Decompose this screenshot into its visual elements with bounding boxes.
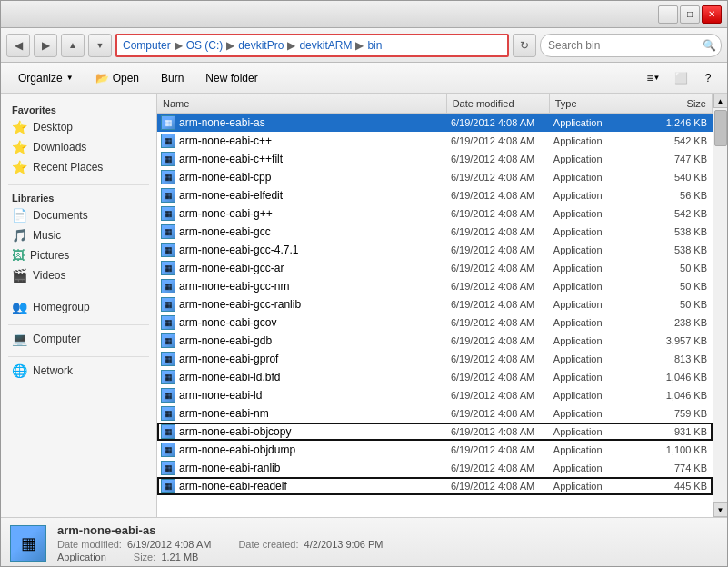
file-icon: ▦ — [161, 424, 175, 439]
file-name: arm-none-eabi-gcov — [179, 316, 276, 329]
file-name: arm-none-eabi-objdump — [179, 443, 295, 456]
scrollbar-track[interactable]: ▲ ▼ — [713, 94, 727, 517]
file-list-body: ▦arm-none-eabi-as6/19/2012 4:08 AMApplic… — [157, 114, 713, 517]
file-date: 6/19/2012 4:08 AM — [447, 244, 550, 255]
search-input[interactable] — [540, 34, 722, 57]
libraries-header: Libraries — [1, 189, 156, 205]
file-icon: ▦ — [161, 406, 175, 421]
column-type[interactable]: Type — [550, 94, 644, 113]
file-row[interactable]: ▦arm-none-eabi-gcov6/19/2012 4:08 AMAppl… — [157, 313, 713, 332]
file-row[interactable]: ▦arm-none-eabi-elfedit6/19/2012 4:08 AMA… — [157, 186, 713, 204]
column-name[interactable]: Name — [157, 94, 447, 113]
sidebar-item-videos[interactable]: 🎬 Videos — [1, 265, 156, 285]
file-size: 747 KB — [643, 154, 713, 164]
sidebar-item-computer[interactable]: 💻 Computer — [1, 329, 156, 349]
status-filename: arm-none-eabi-as — [57, 523, 383, 537]
file-date: 6/19/2012 4:08 AM — [447, 317, 550, 328]
sidebar-item-recent-places[interactable]: ⭐ Recent Places — [1, 157, 156, 177]
dropdown-button[interactable]: ▼ — [88, 34, 112, 57]
close-button[interactable]: ✕ — [702, 5, 722, 24]
network-section: 🌐 Network — [1, 361, 156, 381]
file-row[interactable]: ▦arm-none-eabi-as6/19/2012 4:08 AMApplic… — [157, 114, 713, 132]
file-type: Application — [550, 226, 644, 237]
file-row[interactable]: ▦arm-none-eabi-c++filt6/19/2012 4:08 AMA… — [157, 150, 713, 168]
file-icon: ▦ — [161, 388, 175, 403]
up-button[interactable]: ▲ — [61, 34, 85, 57]
file-name: arm-none-eabi-ranlib — [179, 462, 280, 474]
sidebar-item-downloads[interactable]: ⭐ Downloads — [1, 137, 156, 157]
status-file-icon: ▦ — [10, 525, 46, 562]
file-date: 6/19/2012 4:08 AM — [447, 463, 550, 473]
maximize-button[interactable]: □ — [680, 5, 700, 24]
file-type: Application — [550, 463, 644, 473]
file-row[interactable]: ▦arm-none-eabi-g++6/19/2012 4:08 AMAppli… — [157, 204, 713, 223]
pane-button[interactable]: ⬜ — [669, 66, 693, 90]
file-icon: ▦ — [161, 188, 175, 203]
file-name: arm-none-eabi-ld — [179, 389, 262, 402]
file-type: Application — [550, 299, 644, 310]
column-date[interactable]: Date modified — [447, 94, 550, 113]
minimize-button[interactable]: – — [658, 5, 678, 24]
file-row[interactable]: ▦arm-none-eabi-nm6/19/2012 4:08 AMApplic… — [157, 404, 713, 423]
file-row[interactable]: ▦arm-none-eabi-objdump6/19/2012 4:08 AMA… — [157, 441, 713, 459]
file-name: arm-none-eabi-objcopy — [179, 425, 291, 438]
sidebar-item-homegroup[interactable]: 👥 Homegroup — [1, 297, 156, 317]
file-icon: ▦ — [161, 261, 175, 275]
views-button[interactable]: ≡ ▼ — [642, 66, 665, 90]
breadcrumb[interactable]: Computer ▶ OS (C:) ▶ devkitPro ▶ devkitA… — [115, 34, 509, 57]
file-type: Application — [550, 135, 644, 146]
file-row[interactable]: ▦arm-none-eabi-gdb6/19/2012 4:08 AMAppli… — [157, 332, 713, 350]
file-row[interactable]: ▦arm-none-eabi-c++6/19/2012 4:08 AMAppli… — [157, 132, 713, 150]
scrollbar-up-button[interactable]: ▲ — [713, 94, 728, 108]
file-size: 56 KB — [643, 190, 713, 201]
file-icon: ▦ — [161, 243, 175, 257]
breadcrumb-computer[interactable]: Computer — [123, 39, 171, 52]
file-size: 1,246 KB — [643, 117, 713, 128]
file-type: Application — [550, 390, 644, 401]
file-row[interactable]: ▦arm-none-eabi-cpp6/19/2012 4:08 AMAppli… — [157, 168, 713, 186]
new-folder-button[interactable]: New folder — [195, 66, 267, 90]
open-button[interactable]: 📂 Open — [85, 66, 149, 90]
sidebar-divider-2 — [8, 293, 149, 293]
scrollbar-thumb[interactable] — [714, 110, 727, 146]
help-button[interactable]: ? — [696, 66, 720, 90]
sidebar-item-documents[interactable]: 📄 Documents — [1, 205, 156, 225]
sidebar-item-pictures[interactable]: 🖼 Pictures — [1, 245, 156, 265]
burn-button[interactable]: Burn — [151, 66, 194, 90]
file-row[interactable]: ▦arm-none-eabi-readelf6/19/2012 4:08 AMA… — [157, 477, 713, 495]
scrollbar-down-button[interactable]: ▼ — [713, 502, 728, 517]
file-icon: ▦ — [161, 315, 175, 330]
refresh-button[interactable]: ↻ — [513, 34, 536, 57]
file-row[interactable]: ▦arm-none-eabi-gcc-ranlib6/19/2012 4:08 … — [157, 295, 713, 313]
file-row[interactable]: ▦arm-none-eabi-ld6/19/2012 4:08 AMApplic… — [157, 386, 713, 404]
file-row[interactable]: ▦arm-none-eabi-ranlib6/19/2012 4:08 AMAp… — [157, 459, 713, 477]
file-icon: ▦ — [161, 333, 175, 348]
file-date: 6/19/2012 4:08 AM — [447, 335, 550, 346]
sidebar-item-network[interactable]: 🌐 Network — [1, 361, 156, 381]
file-icon: ▦ — [161, 206, 175, 221]
breadcrumb-devkitarm[interactable]: devkitARM — [299, 39, 352, 52]
breadcrumb-osc[interactable]: OS (C:) — [186, 39, 224, 52]
column-size[interactable]: Size — [643, 94, 713, 113]
file-row[interactable]: ▦arm-none-eabi-gcc-ar6/19/2012 4:08 AMAp… — [157, 259, 713, 277]
file-row[interactable]: ▦arm-none-eabi-objcopy6/19/2012 4:08 AMA… — [157, 423, 713, 441]
file-date: 6/19/2012 4:08 AM — [447, 154, 550, 164]
breadcrumb-bin[interactable]: bin — [367, 39, 382, 52]
file-type: Application — [550, 117, 644, 128]
file-size: 1,046 KB — [643, 390, 713, 401]
sidebar-item-desktop[interactable]: ⭐ Desktop — [1, 117, 156, 137]
back-button[interactable]: ◀ — [6, 34, 30, 57]
file-row[interactable]: ▦arm-none-eabi-gcc-4.7.16/19/2012 4:08 A… — [157, 241, 713, 259]
file-row[interactable]: ▦arm-none-eabi-ld.bfd6/19/2012 4:08 AMAp… — [157, 368, 713, 386]
forward-button[interactable]: ▶ — [34, 34, 57, 57]
file-row[interactable]: ▦arm-none-eabi-gcc-nm6/19/2012 4:08 AMAp… — [157, 277, 713, 295]
sidebar-item-music[interactable]: 🎵 Music — [1, 225, 156, 245]
file-size: 538 KB — [643, 226, 713, 237]
organize-button[interactable]: Organize ▼ — [8, 66, 84, 90]
file-size: 50 KB — [643, 263, 713, 274]
breadcrumb-devkitpro[interactable]: devkitPro — [238, 39, 284, 52]
file-date: 6/19/2012 4:08 AM — [447, 444, 550, 455]
file-row[interactable]: ▦arm-none-eabi-gcc6/19/2012 4:08 AMAppli… — [157, 223, 713, 241]
file-type: Application — [550, 172, 644, 183]
file-row[interactable]: ▦arm-none-eabi-gprof6/19/2012 4:08 AMApp… — [157, 350, 713, 368]
